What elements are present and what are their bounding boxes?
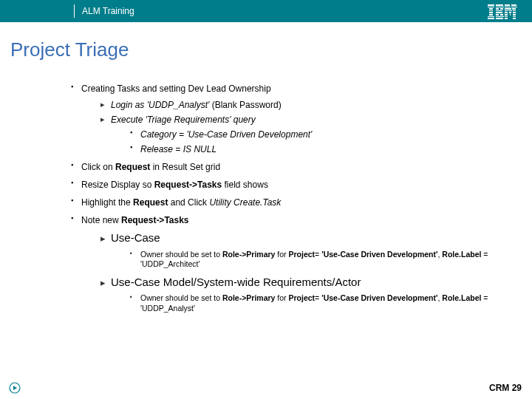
text: Request->Tasks — [121, 215, 188, 225]
bullet-list-lvl3: Category = 'Use-Case Driven Development'… — [130, 128, 510, 156]
list-item: Owner should be set to Role->Primary for… — [130, 293, 510, 313]
text: Resize Display so — [81, 180, 154, 190]
svg-marker-1 — [13, 386, 17, 390]
list-item: Creating Tasks and setting Dev Lead Owne… — [71, 82, 510, 156]
text: Role->Primary — [222, 250, 276, 259]
list-item: Resize Display so Request->Tasks field s… — [71, 178, 510, 191]
text: = — [315, 250, 321, 259]
text: 'Use-Case Driven Development' — [186, 129, 312, 140]
text: Use-Case Model/System-wide Requirements/… — [111, 276, 361, 288]
text: Project — [289, 250, 316, 259]
list-item: Release = IS NULL — [130, 143, 510, 156]
text: (Blank Password) — [209, 100, 281, 110]
text: Role->Primary — [222, 293, 276, 302]
list-item: Login as 'UDDP_Analyst' (Blank Password) — [100, 98, 510, 112]
text: and Click — [168, 197, 209, 208]
bullet-list-lvl3: Owner should be set to Role->Primary for… — [130, 293, 510, 313]
text: Creating Tasks and setting Dev Lead Owne… — [81, 83, 271, 94]
text: Click on — [81, 162, 115, 172]
text: Request — [115, 162, 150, 172]
list-item: Execute 'Triage Requirements' query Cate… — [100, 113, 510, 156]
list-item: Owner should be set to Role->Primary for… — [130, 250, 510, 270]
text: Role.Label — [442, 293, 481, 302]
text: 'Use-Case Driven Development' — [321, 250, 437, 259]
nav-icon — [9, 382, 21, 394]
text: Highlight the — [81, 197, 133, 208]
content-area: Creating Tasks and setting Dev Lead Owne… — [71, 82, 510, 314]
text: Role.Label — [442, 250, 481, 259]
text: Utility Create.Task — [209, 197, 281, 208]
ibm-logo-icon — [488, 4, 517, 19]
text: for — [275, 250, 288, 259]
list-item: Click on Request in Result Set grid — [71, 160, 510, 174]
header-divider — [74, 4, 75, 18]
bullet-list-lvl1: Creating Tasks and setting Dev Lead Owne… — [71, 82, 510, 314]
header-bar: ALM Training — [0, 0, 532, 22]
text: field shows — [222, 180, 268, 190]
text: Execute 'Triage Requirements' query — [111, 115, 256, 125]
text: Use-Case — [111, 231, 160, 244]
list-item: Highlight the Request and Click Utility … — [71, 196, 510, 209]
text: Login as — [111, 100, 147, 110]
text: for — [275, 293, 288, 302]
page-title: Project Triage — [10, 38, 532, 61]
text: Project — [289, 293, 316, 302]
text: Request — [133, 197, 168, 208]
slide-number: CRM 29 — [489, 383, 522, 393]
text: in Result Set grid — [150, 162, 220, 172]
text: 'UDDP_Analyst' — [147, 100, 210, 110]
list-item: Use-Case Model/System-wide Requirements/… — [100, 274, 510, 314]
text: Owner should be set to — [140, 250, 222, 259]
bullet-list-lvl3: Owner should be set to Role->Primary for… — [130, 250, 510, 270]
text: Owner should be set to — [140, 293, 222, 302]
list-item: Category = 'Use-Case Driven Development' — [130, 128, 510, 141]
list-item: Note new Request->Tasks Use-Case Owner s… — [71, 214, 510, 314]
text: Note new — [81, 215, 121, 225]
text: 'Use-Case Driven Development' — [321, 293, 437, 302]
bullet-list-lvl2: Login as 'UDDP_Analyst' (Blank Password)… — [100, 98, 510, 156]
text: = — [315, 293, 321, 302]
text: Release = IS NULL — [140, 144, 216, 154]
bullet-list-lvl2: Use-Case Owner should be set to Role->Pr… — [100, 230, 510, 314]
header-title: ALM Training — [82, 6, 134, 16]
text: Request->Tasks — [154, 180, 222, 190]
text: Category = — [140, 129, 186, 140]
list-item: Use-Case Owner should be set to Role->Pr… — [100, 230, 510, 270]
